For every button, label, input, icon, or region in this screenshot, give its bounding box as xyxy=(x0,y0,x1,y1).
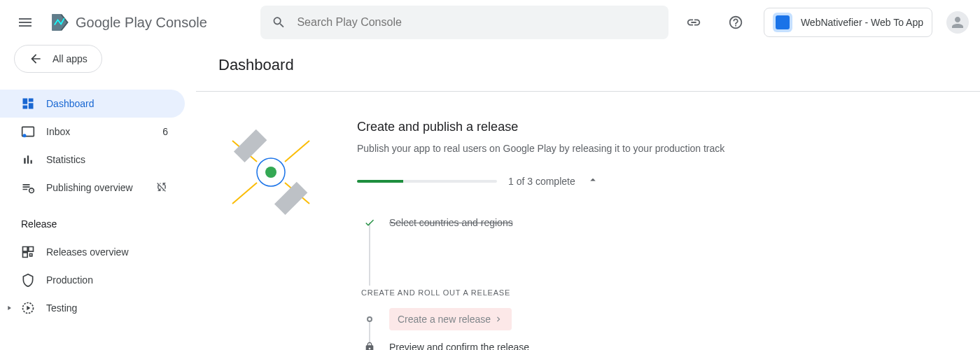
app-selector[interactable]: WebNativefier - Web To App xyxy=(764,8,932,37)
sync-disabled-icon xyxy=(155,181,168,193)
card-content: Create and publish a release Publish you… xyxy=(357,120,958,350)
inbox-icon xyxy=(21,125,35,139)
publishing-icon xyxy=(21,181,35,195)
play-console-logo-icon xyxy=(50,13,70,32)
step-link-countries[interactable]: Select countries and regions xyxy=(389,217,513,228)
all-apps-button[interactable]: All apps xyxy=(14,45,102,73)
sidebar-item-production[interactable]: Production xyxy=(0,266,185,294)
lock-icon xyxy=(364,342,375,350)
search-icon xyxy=(272,15,286,30)
step-select-countries: Select countries and regions xyxy=(361,209,958,237)
progress-fill xyxy=(357,180,403,183)
sidebar-item-label: Publishing overview xyxy=(46,182,144,193)
progress-row[interactable]: 1 of 3 complete xyxy=(357,174,958,189)
link-button[interactable] xyxy=(680,8,708,36)
check-icon xyxy=(364,216,375,229)
help-button[interactable] xyxy=(722,8,750,36)
releases-overview-icon xyxy=(21,245,35,259)
sidebar-item-releases-overview[interactable]: Releases overview xyxy=(0,238,185,266)
release-card: Create and publish a release Publish you… xyxy=(196,92,980,350)
step-create-label: Create a new release xyxy=(398,314,491,325)
page-header: Dashboard xyxy=(196,45,980,92)
card-subtitle: Publish your app to real users on Google… xyxy=(357,143,958,154)
svg-point-3 xyxy=(29,188,34,193)
link-icon xyxy=(686,15,701,30)
inbox-badge: 6 xyxy=(162,126,168,137)
sidebar-item-publishing-overview[interactable]: Publishing overview xyxy=(0,174,185,202)
svg-point-2 xyxy=(23,134,27,137)
sidebar-item-statistics[interactable]: Statistics xyxy=(0,146,185,174)
hamburger-menu-button[interactable] xyxy=(11,8,39,36)
hamburger-icon xyxy=(17,14,34,31)
app-icon xyxy=(773,13,792,32)
page-title: Dashboard xyxy=(218,56,958,74)
step-create-release: Create a new release xyxy=(361,305,958,333)
sidebar-item-label: Inbox xyxy=(46,126,151,137)
logo-text: Google Play Console xyxy=(76,15,207,31)
sidebar-section-release: Release xyxy=(0,202,196,238)
steps-list: Select countries and regions CREATE AND … xyxy=(357,209,958,350)
satellite-icon xyxy=(218,120,323,225)
profile-avatar[interactable] xyxy=(946,11,969,34)
header-actions: WebNativefier - Web To App xyxy=(680,8,969,37)
person-icon xyxy=(949,14,966,31)
production-icon xyxy=(21,273,35,287)
satellite-illustration xyxy=(218,120,323,225)
testing-icon xyxy=(21,301,35,315)
dashboard-icon xyxy=(21,97,35,111)
svg-line-7 xyxy=(285,141,309,162)
sidebar-item-testing[interactable]: Testing xyxy=(0,294,185,322)
step-spacer xyxy=(361,237,958,272)
progress-text: 1 of 3 complete xyxy=(508,176,575,187)
sidebar-item-label: Dashboard xyxy=(46,98,168,109)
circle-empty-icon xyxy=(367,316,372,322)
step-preview-label: Preview and confirm the release xyxy=(389,342,529,350)
sidebar-item-label: Statistics xyxy=(46,154,168,165)
sidebar-item-dashboard[interactable]: Dashboard xyxy=(0,90,185,118)
section-label: CREATE AND ROLL OUT A RELEASE xyxy=(361,288,958,297)
sidebar: All apps Dashboard Inbox 6 Statistics Pu… xyxy=(0,45,196,350)
chevron-up-icon xyxy=(587,174,599,186)
app-header: Google Play Console WebNativefier - Web … xyxy=(0,0,980,45)
svg-line-8 xyxy=(232,183,257,204)
all-apps-label: All apps xyxy=(52,53,88,64)
search-input[interactable] xyxy=(297,16,657,29)
logo[interactable]: Google Play Console xyxy=(50,13,207,32)
statistics-icon xyxy=(21,153,35,167)
app-name: WebNativefier - Web To App xyxy=(801,17,923,28)
help-icon xyxy=(728,15,743,30)
search-bar[interactable] xyxy=(260,6,668,39)
main-content: Dashboard Create and publish a release P… xyxy=(196,45,980,350)
sidebar-item-label: Releases overview xyxy=(46,246,168,258)
sidebar-item-label: Production xyxy=(46,274,168,286)
step-preview-confirm: Preview and confirm the release xyxy=(361,333,958,350)
sidebar-item-label: Testing xyxy=(46,302,168,314)
svg-point-12 xyxy=(265,167,276,178)
progress-bar xyxy=(357,180,497,183)
arrow-left-icon xyxy=(29,52,43,66)
chevron-right-icon xyxy=(493,314,503,324)
create-release-button[interactable]: Create a new release xyxy=(389,308,512,330)
sidebar-item-inbox[interactable]: Inbox 6 xyxy=(0,118,185,146)
card-title: Create and publish a release xyxy=(357,120,958,134)
caret-right-icon xyxy=(6,304,13,312)
